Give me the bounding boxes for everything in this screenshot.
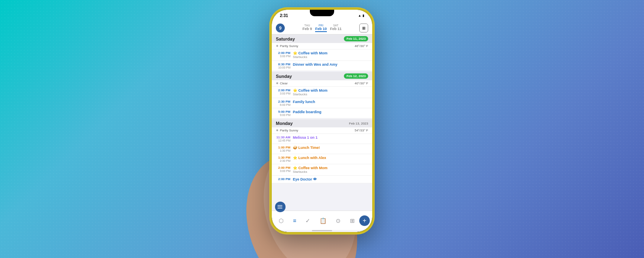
saturday-temp: 46°/30° F <box>354 44 368 48</box>
monday-weather: ✳ Partly Sunny 54°/33° F <box>272 127 372 134</box>
event-title-melissa: Melissa 1 on 1 <box>293 135 318 140</box>
event-coffee-mom-sun[interactable]: 2:00 PM 3:00 PM ⭐ Coffee with Mom Starbu… <box>272 87 372 98</box>
notes-icon: 📋 <box>320 217 326 224</box>
event-time-eye: 2:00 PM <box>276 177 290 181</box>
tab-list[interactable]: ≡ <box>293 217 296 224</box>
tab-camera[interactable]: ⬡ <box>279 217 284 224</box>
sunday-weather-label: Clear <box>280 82 288 85</box>
event-details-coffee-sun: ⭐ Coffee with Mom Starbucks <box>293 88 328 96</box>
fab-add-button[interactable]: + <box>359 215 370 226</box>
svg-rect-1 <box>277 206 282 207</box>
event-details-dinner: Dinner with Wes and Amy <box>293 62 337 67</box>
event-melissa[interactable]: 11:30 AM 12:45 PM Melissa 1 on 1 <box>272 134 372 144</box>
saturday-badge: Feb 11, 2023 <box>344 36 368 41</box>
calendar-scroll[interactable]: Saturday Feb 11, 2023 ✳ Partly Sunny 46°… <box>272 34 372 211</box>
menu-lines-icon <box>277 204 283 210</box>
svg-rect-0 <box>277 205 282 206</box>
event-details-melissa: Melissa 1 on 1 <box>293 135 318 140</box>
monday-weather-label: Partly Sunny <box>280 129 298 132</box>
monday-section: Monday Feb 13, 2023 ✳ Partly Sunny 54°/3… <box>272 119 372 183</box>
event-title-dinner: Dinner with Wes and Amy <box>293 62 337 67</box>
list-icon: ≡ <box>293 217 296 224</box>
day-thu-label: Thu <box>304 24 310 27</box>
event-end-melissa: 12:45 PM <box>276 139 290 142</box>
tab-settings[interactable]: ⊞ <box>350 217 355 224</box>
event-lunch-alex[interactable]: 1:30 PM 2:30 PM ⭐ Lunch with Alex <box>272 154 372 164</box>
event-details-paddle: Paddle boarding <box>293 110 322 114</box>
sunday-weather-icon: ✳ <box>276 82 279 85</box>
event-title-family-lunch: Family lunch <box>293 100 315 104</box>
day-fri[interactable]: Fri Feb 10 <box>315 24 327 32</box>
event-start-melissa: 11:30 AM <box>276 135 290 139</box>
tab-items: ⬡ ≡ ✓ 📋 ⊙ ⊞ <box>274 217 359 224</box>
sunday-label: Sunday <box>276 74 292 79</box>
event-time-family-lunch: 2:30 PM 6:00 PM <box>276 100 290 106</box>
monday-date: Feb 13, 2023 <box>349 122 368 125</box>
day-sat-date: Feb 11 <box>330 27 342 31</box>
event-end-paddle: 9:00 PM <box>276 114 290 116</box>
event-details-lunch-time: 🥪 Lunch Time! <box>293 146 320 150</box>
event-paddle-boarding[interactable]: 5:00 PM 9:00 PM Paddle boarding <box>272 108 372 118</box>
event-details-eye: Eye Doctor 👁 <box>293 177 317 181</box>
calendar-header: 9 Thu Feb 9 Fri Feb 10 Sat Feb 11 <box>272 21 372 34</box>
person-icon: ⊙ <box>336 217 341 224</box>
event-end-family-lunch: 6:00 PM <box>276 103 290 106</box>
phone-inner: 2:31 ▲ ▮ 9 Thu Feb 9 Fri Feb 10 <box>272 10 372 232</box>
event-start-coffee-mon: 2:00 PM <box>276 166 290 170</box>
event-title-coffee-sat: ⭐ Coffee with Mom <box>293 51 328 55</box>
event-dinner-wes-amy[interactable]: 8:30 PM 10:00 PM Dinner with Wes and Amy <box>272 61 372 71</box>
sunday-temp: 40°/30° F <box>354 82 368 85</box>
event-details-lunch-alex: ⭐ Lunch with Alex <box>293 156 326 160</box>
event-time-dinner: 8:30 PM 10:00 PM <box>276 62 290 69</box>
event-eye-doctor[interactable]: 2:00 PM Eye Doctor 👁 <box>272 176 372 183</box>
event-time-lunch-alex: 1:30 PM 2:30 PM <box>276 156 290 162</box>
event-start-dinner: 8:30 PM <box>276 62 290 66</box>
day-nav: Thu Feb 9 Fri Feb 10 Sat Feb 11 <box>287 24 357 32</box>
monday-weather-icon: ✳ <box>276 129 279 132</box>
day-sat[interactable]: Sat Feb 11 <box>330 24 342 32</box>
home-indicator <box>312 230 332 231</box>
calendar-icon-button[interactable]: ▦ <box>359 24 368 32</box>
monday-label: Monday <box>276 121 293 126</box>
saturday-label: Saturday <box>276 37 295 41</box>
event-start-lunch-alex: 1:30 PM <box>276 156 290 159</box>
event-start-eye: 2:00 PM <box>276 177 290 181</box>
event-time-lunch-time: 1:00 PM 1:30 PM <box>276 146 290 152</box>
event-time-coffee-sun: 2:00 PM 3:00 PM <box>276 88 290 95</box>
sunday-header: Sunday Feb 12, 2023 <box>272 72 372 80</box>
saturday-section: Saturday Feb 11, 2023 ✳ Partly Sunny 46°… <box>272 34 372 71</box>
tab-notes[interactable]: 📋 <box>320 217 326 224</box>
event-lunch-time[interactable]: 1:00 PM 1:30 PM 🥪 Lunch Time! <box>272 144 372 154</box>
sunday-badge: Feb 12, 2023 <box>344 73 368 79</box>
event-title-eye: Eye Doctor 👁 <box>293 177 317 181</box>
battery-icon: ▮ <box>363 14 364 17</box>
tab-person[interactable]: ⊙ <box>336 217 341 224</box>
event-coffee-mom-mon[interactable]: 2:00 PM 3:00 PM ⭐ Coffee with Mom Starbu… <box>272 164 372 176</box>
sunday-section: Sunday Feb 12, 2023 ✳ Clear 40°/30° F 2:… <box>272 72 372 118</box>
check-icon: ✓ <box>305 217 310 224</box>
event-title-coffee-sun: ⭐ Coffee with Mom <box>293 88 328 92</box>
day-thu[interactable]: Thu Feb 9 <box>303 24 312 32</box>
tab-check[interactable]: ✓ <box>305 217 310 224</box>
avatar[interactable]: 9 <box>276 24 285 32</box>
event-time-paddle: 5:00 PM 9:00 PM <box>276 110 290 116</box>
event-start-family-lunch: 2:30 PM <box>276 100 290 103</box>
event-title-paddle: Paddle boarding <box>293 110 322 114</box>
svg-rect-2 <box>277 208 282 209</box>
event-end-coffee-mon: 3:00 PM <box>276 170 290 172</box>
monday-header: Monday Feb 13, 2023 <box>272 119 372 127</box>
status-icons: ▲ ▮ <box>358 14 364 17</box>
event-time-melissa: 11:30 AM 12:45 PM <box>276 135 290 142</box>
tab-bar: ⬡ ≡ ✓ 📋 ⊙ ⊞ <box>272 211 372 230</box>
bubble-menu-button[interactable] <box>275 202 286 212</box>
event-coffee-mom-sat[interactable]: 2:00 PM 3:00 PM ⭐ Coffee with Mom Starbu… <box>272 49 372 61</box>
day-fri-date: Feb 10 <box>315 27 327 31</box>
notch <box>310 10 334 16</box>
event-family-lunch[interactable]: 2:30 PM 6:00 PM Family lunch <box>272 98 372 108</box>
event-subtitle-coffee-sun: Starbucks <box>293 92 328 96</box>
event-start-coffee-sun: 2:00 PM <box>276 88 290 92</box>
event-start-paddle: 5:00 PM <box>276 110 290 114</box>
event-start-lunch-time: 1:00 PM <box>276 146 290 149</box>
fab-plus-icon: + <box>363 217 366 224</box>
wifi-icon: ▲ <box>358 14 361 17</box>
